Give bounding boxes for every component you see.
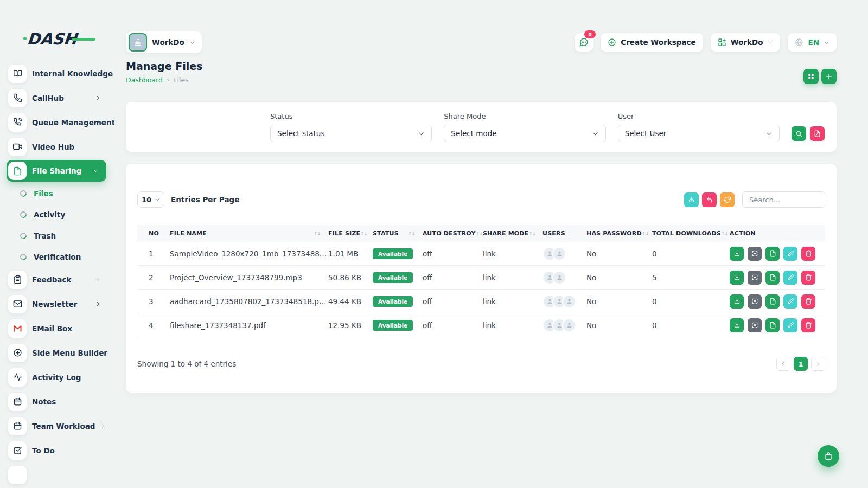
column-header-status[interactable]: STATUS↑↓ bbox=[373, 230, 423, 237]
reset-button[interactable] bbox=[702, 192, 717, 207]
file-x-icon bbox=[814, 130, 821, 137]
trash-icon bbox=[805, 250, 812, 257]
sidebar-item-video-hub[interactable]: Video Hub bbox=[0, 134, 114, 159]
language-dropdown[interactable]: EN bbox=[788, 33, 837, 52]
sort-icon[interactable]: ↑↓ bbox=[476, 231, 483, 236]
delete-button[interactable] bbox=[801, 247, 815, 261]
delete-button[interactable] bbox=[801, 318, 815, 332]
grid-view-button[interactable] bbox=[803, 69, 819, 84]
workspace-selector[interactable]: WorkDo bbox=[126, 31, 202, 53]
delete-button[interactable] bbox=[801, 294, 815, 309]
sidebar-item-queue-management[interactable]: Queue Management bbox=[0, 110, 114, 134]
column-header-total-downloads[interactable]: TOTAL DOWNLOADS↑↓ bbox=[652, 230, 730, 237]
download-button[interactable] bbox=[730, 294, 744, 309]
previous-page-button[interactable] bbox=[776, 357, 790, 371]
pencil-icon bbox=[787, 322, 794, 329]
cell-file-name: fileshare_1737348137.pdf bbox=[170, 321, 328, 330]
breadcrumb-dashboard-link[interactable]: Dashboard bbox=[126, 76, 163, 84]
sort-icon[interactable]: ↑↓ bbox=[528, 231, 535, 236]
sidebar-item-feedback[interactable]: Feedback bbox=[0, 267, 114, 292]
sidebar-item-team-workload[interactable]: Team Workload bbox=[0, 414, 114, 438]
user-select[interactable]: Select User bbox=[618, 125, 780, 142]
avatar bbox=[552, 271, 566, 285]
chevron-down-icon bbox=[592, 130, 599, 137]
preview-button[interactable] bbox=[748, 247, 762, 261]
plus-circle-icon bbox=[8, 344, 27, 362]
sidebar-item-label: EMail Box bbox=[32, 324, 72, 333]
add-file-button[interactable] bbox=[821, 69, 837, 84]
user-filter: User Select User bbox=[618, 112, 780, 142]
entries-per-page-select[interactable]: 10 bbox=[137, 191, 164, 208]
edit-button[interactable] bbox=[783, 271, 797, 285]
sidebar-subitem-activity[interactable]: Activity bbox=[0, 204, 114, 225]
download-icon bbox=[733, 322, 741, 329]
sidebar-item-callhub[interactable]: CallHub bbox=[0, 86, 114, 110]
apply-filter-button[interactable] bbox=[792, 126, 806, 141]
table-search-input[interactable] bbox=[742, 191, 825, 208]
preview-button[interactable] bbox=[748, 294, 762, 309]
file-icon bbox=[769, 274, 776, 281]
sort-icon[interactable]: ↑↓ bbox=[314, 231, 321, 236]
sidebar-subitem-verification[interactable]: Verification bbox=[0, 246, 114, 267]
delete-button[interactable] bbox=[801, 271, 815, 285]
scan-icon bbox=[751, 322, 758, 329]
sidebar-item-email-box[interactable]: EMail Box bbox=[0, 316, 114, 341]
sidebar-item-activity-log[interactable]: Activity Log bbox=[0, 365, 114, 389]
export-button[interactable] bbox=[684, 192, 699, 207]
sidebar-item-internal-knowledge[interactable]: Internal Knowledge bbox=[0, 61, 114, 86]
sort-icon[interactable]: ↑↓ bbox=[360, 231, 367, 236]
logo-accent-dot bbox=[23, 37, 27, 40]
column-header-has-password[interactable]: HAS PASSWORD↑↓ bbox=[586, 230, 652, 237]
sidebar-item-notes[interactable]: Notes bbox=[0, 389, 114, 414]
column-header-file-size[interactable]: FILE SIZE↑↓ bbox=[328, 230, 373, 237]
sidebar-item-partial[interactable] bbox=[0, 463, 114, 487]
cell-share-mode: link bbox=[483, 321, 542, 330]
refresh-button[interactable] bbox=[720, 192, 735, 207]
download-button[interactable] bbox=[730, 318, 744, 332]
user-avatars bbox=[542, 247, 586, 261]
table-header-row: NO FILE NAME↑↓ FILE SIZE↑↓ STATUS↑↓ AUTO… bbox=[137, 225, 825, 242]
column-header-share-mode[interactable]: SHARE MODE↑↓ bbox=[483, 230, 542, 237]
chevron-down-icon bbox=[824, 40, 829, 46]
cell-file-size: 50.86 KB bbox=[328, 273, 373, 282]
details-button[interactable] bbox=[765, 247, 780, 261]
cell-total-downloads: 0 bbox=[652, 321, 730, 330]
store-fab-button[interactable] bbox=[818, 445, 839, 467]
cell-total-downloads: 0 bbox=[652, 249, 730, 258]
preview-button[interactable] bbox=[748, 318, 762, 332]
status-filter: Status Select status bbox=[270, 112, 432, 142]
details-button[interactable] bbox=[765, 294, 780, 309]
cell-has-password: No bbox=[586, 297, 652, 306]
sidebar-item-side-menu-builder[interactable]: Side Menu Builder bbox=[0, 341, 114, 365]
status-select[interactable]: Select status bbox=[270, 125, 432, 142]
download-button[interactable] bbox=[730, 247, 744, 261]
sidebar-subitem-files[interactable]: Files bbox=[0, 183, 114, 204]
page-number-button[interactable]: 1 bbox=[794, 357, 808, 371]
edit-button[interactable] bbox=[783, 247, 797, 261]
edit-button[interactable] bbox=[783, 318, 797, 332]
workspace-dropdown[interactable]: WorkDo bbox=[711, 33, 781, 52]
sidebar-subitem-trash[interactable]: Trash bbox=[0, 225, 114, 246]
column-header-file-name[interactable]: FILE NAME↑↓ bbox=[170, 230, 328, 237]
column-header-auto-destroy[interactable]: AUTO DESTROY↑↓ bbox=[423, 230, 483, 237]
download-button[interactable] bbox=[730, 271, 744, 285]
preview-button[interactable] bbox=[748, 271, 762, 285]
sidebar-item-newsletter[interactable]: Newsletter bbox=[0, 292, 114, 316]
sort-icon[interactable]: ↑↓ bbox=[721, 231, 728, 236]
clear-filter-button[interactable] bbox=[810, 126, 825, 141]
chevron-down-icon bbox=[93, 168, 99, 174]
create-workspace-button[interactable]: Create Workspace bbox=[601, 33, 703, 52]
share-mode-select[interactable]: Select mode bbox=[444, 125, 605, 142]
sort-icon[interactable]: ↑↓ bbox=[642, 231, 649, 236]
next-page-button[interactable] bbox=[811, 357, 825, 371]
sidebar-item-to-do[interactable]: To Do bbox=[0, 438, 114, 463]
chat-button[interactable]: 0 bbox=[575, 33, 593, 52]
details-button[interactable] bbox=[765, 271, 780, 285]
cell-file-name: Project_Overview_1737348799.mp3 bbox=[170, 273, 328, 282]
edit-button[interactable] bbox=[783, 294, 797, 309]
sidebar-item-file-sharing[interactable]: File Sharing bbox=[7, 160, 106, 182]
sort-icon[interactable]: ↑↓ bbox=[408, 231, 415, 236]
sidebar-item-label: Notes bbox=[32, 397, 56, 406]
status-badge: Available bbox=[373, 320, 413, 331]
details-button[interactable] bbox=[765, 318, 780, 332]
